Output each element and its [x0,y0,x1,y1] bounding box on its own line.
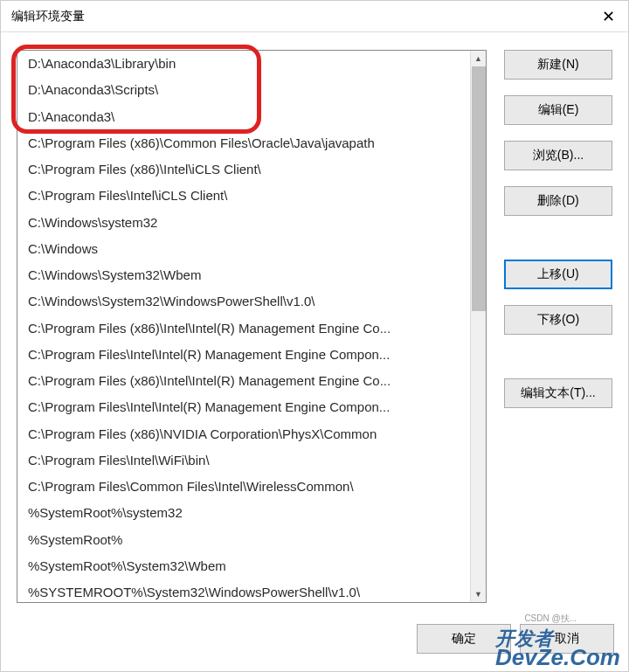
list-item[interactable]: %SystemRoot%\system32 [17,500,470,526]
close-button[interactable]: ✕ [588,1,628,32]
list-item[interactable]: C:\Program Files\Common Files\Intel\Wire… [17,474,470,500]
ok-button[interactable]: 确定 [417,624,511,654]
list-item[interactable]: C:\Program Files (x86)\Intel\Intel(R) Ma… [17,315,470,342]
list-item[interactable]: %SYSTEMROOT%\System32\WindowsPowerShell\… [17,579,470,602]
dialog-footer: 确定 取消 [1,612,628,671]
close-icon: ✕ [602,7,615,26]
titlebar: 编辑环境变量 ✕ [1,1,628,32]
browse-button[interactable]: 浏览(B)... [504,141,612,170]
list-item[interactable]: C:\Program Files\Intel\Intel(R) Manageme… [17,342,470,368]
path-listbox[interactable]: D:\Anaconda3\Library\binD:\Anaconda3\Scr… [17,50,487,603]
list-item[interactable]: C:\Program Files (x86)\Common Files\Orac… [17,130,470,156]
window-title: 编辑环境变量 [11,9,85,24]
delete-button[interactable]: 删除(D) [504,186,612,216]
edit-button[interactable]: 编辑(E) [504,95,612,125]
edit-text-button[interactable]: 编辑文本(T)... [504,378,612,408]
scrollbar[interactable]: ▲ ▼ [470,51,486,602]
cancel-button[interactable]: 取消 [520,624,614,654]
list-item[interactable]: C:\Program Files\Intel\WiFi\bin\ [17,447,470,474]
new-button[interactable]: 新建(N) [504,50,612,80]
list-item[interactable]: %SystemRoot%\System32\Wbem [17,553,470,579]
move-down-button[interactable]: 下移(O) [504,305,612,335]
scroll-thumb[interactable] [472,66,486,311]
side-buttons: 新建(N) 编辑(E) 浏览(B)... 删除(D) 上移(U) 下移(O) 编… [504,50,612,603]
list-item[interactable]: C:\Program Files (x86)\NVIDIA Corporatio… [17,421,470,447]
dialog-body: D:\Anaconda3\Library\binD:\Anaconda3\Scr… [1,32,628,612]
list-item[interactable]: C:\Windows\system32 [17,210,470,236]
list-item[interactable]: C:\Windows [17,236,470,262]
list-item[interactable]: C:\Windows\System32\WindowsPowerShell\v1… [17,288,470,315]
path-list-wrap: D:\Anaconda3\Library\binD:\Anaconda3\Scr… [17,50,487,603]
list-item[interactable]: D:\Anaconda3\ [17,104,470,130]
list-item[interactable]: C:\Windows\System32\Wbem [17,262,470,288]
scroll-down-icon[interactable]: ▼ [471,586,486,602]
scroll-up-icon[interactable]: ▲ [471,51,486,66]
list-item[interactable]: C:\Program Files (x86)\Intel\Intel(R) Ma… [17,368,470,394]
list-item[interactable]: C:\Program Files (x86)\Intel\iCLS Client… [17,156,470,183]
list-item[interactable]: C:\Program Files\Intel\iCLS Client\ [17,183,470,209]
list-item[interactable]: D:\Anaconda3\Library\bin [17,51,470,77]
list-item[interactable]: C:\Program Files\Intel\Intel(R) Manageme… [17,394,470,420]
list-item[interactable]: D:\Anaconda3\Scripts\ [17,77,470,103]
list-item[interactable]: %SystemRoot% [17,527,470,553]
move-up-button[interactable]: 上移(U) [504,260,612,289]
